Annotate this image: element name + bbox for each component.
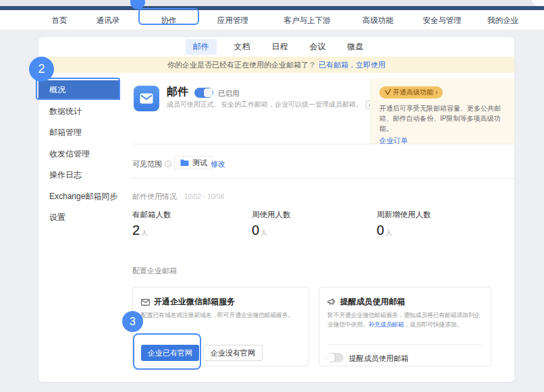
sidebar-item-label: 概况: [49, 85, 65, 94]
supplement-mailbox-link[interactable]: 补充成员邮箱: [369, 321, 404, 328]
nav-item-apps[interactable]: 应用管理: [217, 10, 248, 30]
nav-item-security[interactable]: 安全与管理: [423, 10, 462, 30]
usage-period: 10/02 - 10/08: [184, 193, 224, 200]
stat-value: 0人: [252, 223, 291, 238]
stat-unit: 人: [385, 229, 392, 236]
usage-section-title: 邮件使用情况 10/02 - 10/08: [132, 192, 224, 202]
nav-item-contacts[interactable]: 通讯录: [97, 10, 120, 30]
sidebar-item-mailbox-mgmt[interactable]: 邮箱管理: [38, 123, 120, 142]
top-nav: 首页 通讯录 协作 应用管理 客户与上下游 高级功能 安全与管理 我的企业: [0, 10, 544, 30]
info-icon[interactable]: i: [165, 161, 171, 167]
sidebar-item-logs[interactable]: 操作日志: [38, 165, 120, 185]
folder-icon: [180, 159, 189, 167]
toggle-knob: [327, 354, 335, 362]
upgrade-promo-panel: 开通高级功能 › 开通后可享受无限邮箱容量、更多公共邮箱、邮件自动备份、IP限制…: [370, 78, 514, 144]
mail-enabled-toggle[interactable]: [194, 88, 213, 98]
nav-item-customers[interactable]: 客户与上下游: [284, 10, 331, 30]
tab-docs[interactable]: 文档: [230, 39, 254, 55]
remind-members-card-desc: 暂不开通企业微信邮箱服务，通知成员将已有邮箱添加到企业微信中使用。补充成员邮箱，…: [327, 310, 483, 329]
megaphone-icon: [327, 298, 336, 306]
stat-value: 2人: [132, 223, 171, 238]
stat-number: 0: [377, 223, 384, 237]
tab-calendar[interactable]: 日程: [268, 39, 292, 55]
remind-desc-text-2: ，成员即可快捷添加。: [404, 321, 462, 328]
no-website-button[interactable]: 企业没有官网: [203, 345, 263, 361]
divider: [132, 144, 514, 144]
stat-label: 周使用人数: [252, 210, 291, 220]
upgrade-pill-label: 开通高级功能: [393, 88, 433, 97]
upgrade-pill-button[interactable]: 开通高级功能 ›: [379, 86, 443, 99]
remind-members-card: 提醒成员使用邮箱 暂不开通企业微信邮箱服务，通知成员将已有邮箱添加到企业微信中使…: [319, 287, 491, 366]
sidebar: 概况 数据统计 邮箱管理 收发信管理 操作日志 Exchange邮箱同步 设置: [38, 80, 132, 229]
stat-unit: 人: [141, 229, 148, 236]
envelope-icon: [140, 93, 153, 104]
visible-range-scope-text: 测试: [192, 158, 207, 168]
admin-console-screen: 首页 通讯录 协作 应用管理 客户与上下游 高级功能 安全与管理 我的企业 邮件…: [0, 0, 544, 392]
sidebar-item-send-receive[interactable]: 收发信管理: [38, 144, 120, 164]
mail-app-tile: [134, 86, 159, 111]
toggle-knob: [204, 88, 213, 97]
nav-item-home[interactable]: 首页: [52, 10, 67, 30]
open-mailbox-card-title: 开通企业微信邮箱服务: [141, 296, 235, 308]
tab-drive[interactable]: 微盘: [344, 39, 368, 55]
notice-banner: 你的企业是否已经有正在使用的企业邮箱了？ 已有邮箱，立即使用: [38, 57, 514, 73]
stat-label: 有邮箱人数: [132, 210, 171, 220]
visible-range-label-text: 可见范围: [132, 160, 162, 168]
stat-mailbox-users: 有邮箱人数 2人: [132, 210, 171, 238]
sidebar-item-overview[interactable]: 概况: [38, 80, 120, 100]
modify-link[interactable]: 修改: [211, 159, 225, 169]
visible-range-scope-chip[interactable]: 测试: [174, 156, 213, 169]
step-2-badge: 2: [29, 57, 54, 82]
card-title-text: 开通企业微信邮箱服务: [154, 296, 235, 308]
nav-item-collaborate[interactable]: 协作: [161, 10, 177, 30]
mail-description-text: 成员可使用正式、安全的工作邮箱，企业可以统一管理成员邮箱。: [167, 101, 362, 108]
content-panel: 邮件 文档 日程 会议 微盘 你的企业是否已经有正在使用的企业邮箱了？ 已有邮箱…: [38, 37, 514, 382]
envelope-outline-icon: [141, 299, 150, 306]
stat-number: 0: [252, 223, 259, 237]
stat-weekly-new-users: 周新增使用人数 0人: [377, 210, 431, 238]
card-title-text: 提醒成员使用邮箱: [340, 296, 405, 308]
banner-link[interactable]: 已有邮箱，立即使用: [319, 60, 385, 70]
banner-text: 你的企业是否已经有正在使用的企业邮箱了？: [167, 60, 316, 70]
nav-item-advanced[interactable]: 高级功能: [362, 10, 393, 30]
open-mailbox-card: 开通企业微信邮箱服务 配置已有域名或注册新域名，即可开通企业微信邮箱服务。 企业…: [132, 287, 309, 366]
divider: [327, 344, 483, 345]
config-section-label: 配置企业邮箱: [132, 266, 177, 276]
window-top-strip: [0, 0, 544, 6]
divider: [132, 178, 514, 179]
open-mailbox-card-desc: 配置已有域名或注册新域名，即可开通企业微信邮箱服务。: [141, 310, 294, 320]
tab-meeting[interactable]: 会议: [306, 39, 330, 55]
sidebar-item-exchange-sync[interactable]: Exchange邮箱同步: [38, 187, 120, 206]
step-3-badge: 3: [122, 311, 143, 332]
annotation-box-overview: [36, 78, 120, 100]
subtab-bar: 邮件 文档 日程 会议 微盘: [38, 37, 514, 57]
remind-toggle-label: 提醒成员使用邮箱: [349, 354, 408, 364]
sidebar-item-settings[interactable]: 设置: [38, 208, 120, 227]
usage-title-text: 邮件使用情况: [132, 192, 177, 200]
promo-description: 开通后可享受无限邮箱容量、更多公共邮箱、邮件自动备份、IP限制等多项高级功能。: [379, 103, 509, 134]
stat-unit: 人: [261, 229, 267, 236]
sidebar-item-statistics[interactable]: 数据统计: [38, 102, 120, 121]
page-title: 邮件: [167, 85, 188, 99]
visible-range-label: 可见范围i: [132, 159, 171, 169]
stat-weekly-users: 周使用人数 0人: [252, 210, 291, 238]
mail-status-text: 已启用: [218, 89, 240, 99]
tab-mail[interactable]: 邮件: [186, 39, 217, 55]
stat-label: 周新增使用人数: [377, 210, 431, 220]
stat-number: 2: [132, 223, 140, 237]
remind-members-toggle[interactable]: [326, 353, 344, 362]
remind-members-card-title: 提醒成员使用邮箱: [327, 296, 405, 308]
chevron-right-icon: ›: [435, 88, 437, 96]
nav-item-my-company[interactable]: 我的企业: [487, 10, 518, 30]
mail-description: 成员可使用正式、安全的工作邮箱，企业可以统一管理成员邮箱。API ∨: [167, 100, 386, 109]
upgrade-rocket-icon: [385, 89, 391, 95]
stat-value: 0人: [377, 223, 431, 238]
has-website-button[interactable]: 企业已有官网: [141, 345, 199, 361]
